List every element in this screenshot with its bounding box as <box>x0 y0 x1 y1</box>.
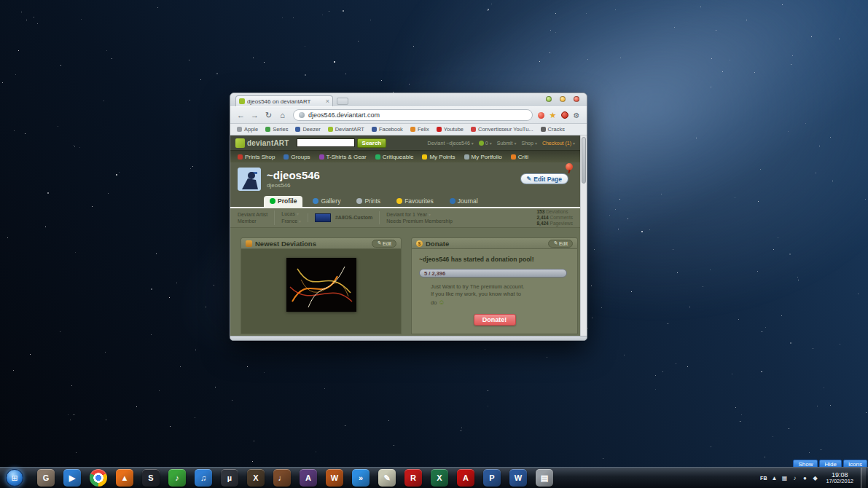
back-button[interactable]: ← <box>235 110 246 120</box>
bookmark-item[interactable]: Apple <box>237 126 258 133</box>
word-icon[interactable]: W <box>509 469 527 487</box>
restore-button[interactable] <box>560 96 566 102</box>
bookmark-star-icon[interactable]: ★ <box>547 110 558 120</box>
site-nav-item[interactable]: Critiqueable <box>375 154 414 160</box>
start-button[interactable]: ⊞ <box>6 469 23 487</box>
chrome-icon[interactable] <box>90 469 107 487</box>
bookmark-item[interactable]: Convertisseur YouTu... <box>471 126 533 133</box>
reload-button[interactable]: ↻ <box>263 110 274 120</box>
page-scrollbar-thumb[interactable] <box>582 137 586 184</box>
roblox-icon[interactable]: R <box>404 469 422 487</box>
new-tab-button[interactable] <box>337 98 348 105</box>
forward-button[interactable]: → <box>249 110 260 120</box>
header-menu-item[interactable]: 0▾ <box>479 141 492 146</box>
nav-item-label: Prints Shop <box>245 154 275 160</box>
guitar-pro-icon[interactable]: ♩ <box>273 469 291 487</box>
adblock-icon[interactable] <box>561 111 568 119</box>
site-nav-item[interactable]: My Points <box>422 154 455 160</box>
message-icon <box>479 141 484 146</box>
header-menu-item[interactable]: Checkout (1)▾ <box>542 141 575 146</box>
bookmark-item[interactable]: Deezer <box>295 126 320 133</box>
site-nav-item[interactable]: Groups <box>284 154 310 160</box>
bookmark-favicon-icon <box>437 127 442 132</box>
bookmark-item[interactable]: Youtube <box>437 126 464 133</box>
group-thumbnail[interactable] <box>315 213 331 222</box>
volume-icon[interactable]: ♪ <box>791 475 798 481</box>
bookmark-item[interactable]: Felix <box>410 126 429 133</box>
tab-profile[interactable]: Profile <box>264 196 302 207</box>
address-bar[interactable]: djeos546.deviantart.com <box>293 109 533 121</box>
stat-label: Deviations <box>544 209 568 214</box>
donation-progress-text: 5 / 2,396 <box>424 270 445 277</box>
extension-record-icon[interactable] <box>538 112 544 119</box>
newest-edit-label: Edit <box>383 241 391 246</box>
pin-icon[interactable] <box>566 163 573 170</box>
bookmark-label: Convertisseur YouTu... <box>478 126 533 133</box>
deviation-thumbnail[interactable] <box>286 258 356 312</box>
tab-journal[interactable]: Journal <box>444 196 484 207</box>
steam-icon[interactable]: S <box>142 469 160 487</box>
taskbar-icons: ⊞G▶▲S♪♫µX♩AW»✎RXAPW▤ <box>2 469 553 487</box>
tab-prints[interactable]: Prints <box>351 196 386 207</box>
aimp-icon[interactable]: ♪ <box>168 469 186 487</box>
show-desktop-button[interactable] <box>861 468 866 488</box>
bookmark-item[interactable]: DeviantART <box>328 126 364 133</box>
audition-icon[interactable]: A <box>300 469 317 487</box>
taskbar-clock[interactable]: 19:08 17/02/2012 <box>826 471 853 485</box>
header-menu-item[interactable]: Shop▾ <box>522 141 537 146</box>
vlc-icon[interactable]: ▲ <box>116 469 133 487</box>
nav-item-label: Criti <box>518 154 528 160</box>
site-nav-item[interactable]: T-Shirts & Gear <box>319 154 367 160</box>
browser-tab[interactable]: djeos546 on deviantART × <box>235 95 333 106</box>
utorrent-icon[interactable]: µ <box>221 469 238 487</box>
profile-info-bar: Deviant Artist Member Lucas ▾ France ▾ #… <box>230 208 580 228</box>
wrench-menu-icon[interactable]: ⚙ <box>571 111 582 119</box>
desktop: djeos546 on deviantART × ← → ↻ ⌂ djeos54… <box>0 0 868 488</box>
tab-close-icon[interactable]: × <box>326 98 329 104</box>
bookmark-item[interactable]: Cracks <box>541 126 565 133</box>
site-search-input[interactable] <box>297 138 355 147</box>
itunes-icon[interactable]: ♫ <box>195 469 212 487</box>
edit-page-button[interactable]: ✎ Edit Page <box>520 173 568 184</box>
site-nav-item[interactable]: Prints Shop <box>238 154 275 160</box>
deviantart-logo-icon[interactable] <box>235 138 245 148</box>
home-button[interactable]: ⌂ <box>277 110 288 120</box>
site-search-button[interactable]: Search <box>357 138 387 148</box>
donate-edit-button[interactable]: ✎ Edit <box>548 240 573 248</box>
site-nav-item[interactable]: Criti <box>511 154 528 160</box>
file-icon[interactable]: ▤ <box>536 469 553 487</box>
network-icon[interactable]: ● <box>801 475 808 481</box>
publisher-icon[interactable]: P <box>483 469 501 487</box>
tab-gallery[interactable]: Gallery <box>307 196 346 207</box>
profile-header: ~djeos546 djeos546 ✎ Edit Page <box>230 162 580 195</box>
member-location[interactable]: Lucas ▾ France ▾ <box>274 210 308 225</box>
group-name[interactable]: #AIIOS-Custom <box>335 215 372 220</box>
page-scrollbar[interactable] <box>580 135 587 336</box>
deviantart-logo-text[interactable]: deviantART <box>247 139 289 147</box>
header-menu-label: Deviant ~djeos546 <box>428 141 470 146</box>
winamp-icon[interactable]: W <box>326 469 343 487</box>
close-button[interactable] <box>574 96 579 102</box>
gimp-icon[interactable]: G <box>37 469 55 487</box>
minimize-button[interactable] <box>546 96 552 102</box>
membership-status[interactable]: Deviant for 1 Year ▾ Needs Premium Membe… <box>379 211 459 225</box>
media-player-icon[interactable]: ▶ <box>63 469 81 487</box>
hidden-icons-chevron[interactable]: ▲ <box>770 475 778 481</box>
header-menu-item[interactable]: Submit▾ <box>497 141 517 146</box>
game-icon[interactable]: X <box>247 469 265 487</box>
avatar[interactable] <box>238 168 261 191</box>
action-center-icon[interactable]: ▦ <box>781 475 788 481</box>
tab-favourites[interactable]: Favourites <box>391 196 439 207</box>
donate-button[interactable]: Donate! <box>474 314 516 326</box>
quill-app-icon[interactable]: ✎ <box>378 469 396 487</box>
bookmark-item[interactable]: Series <box>265 126 288 133</box>
excel-icon[interactable]: X <box>431 469 448 487</box>
pdf-icon[interactable]: A <box>457 469 474 487</box>
member-group[interactable]: #AIIOS-Custom <box>308 213 379 222</box>
header-menu-item[interactable]: Deviant ~djeos546▾ <box>428 141 474 146</box>
power-icon[interactable]: ◆ <box>811 475 818 481</box>
site-nav-item[interactable]: My Portfolio <box>464 154 502 160</box>
newest-edit-button[interactable]: ✎ Edit <box>372 240 396 248</box>
bookmark-item[interactable]: Facebook <box>372 126 403 133</box>
messenger-icon[interactable]: » <box>352 469 370 487</box>
